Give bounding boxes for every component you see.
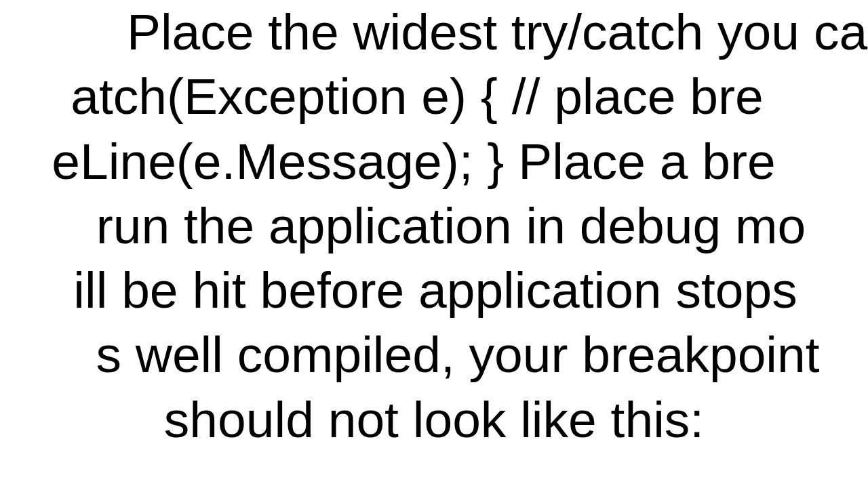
text-line: eLine(e.Message); } Place a bre [0, 129, 848, 194]
text-line: atch(Exception e) { // place bre [0, 64, 851, 129]
text-line: ill be hit before application stops [1, 258, 868, 323]
text-line: run the application in debug mo [17, 194, 868, 258]
text-line: s well compiled, your breakpoint [24, 323, 868, 387]
text-line: should not look like this: [0, 388, 868, 452]
text-line: Place the widest try/catch you ca [63, 0, 868, 64]
text-block: Place the widest try/catch you ca atch(E… [0, 0, 868, 488]
